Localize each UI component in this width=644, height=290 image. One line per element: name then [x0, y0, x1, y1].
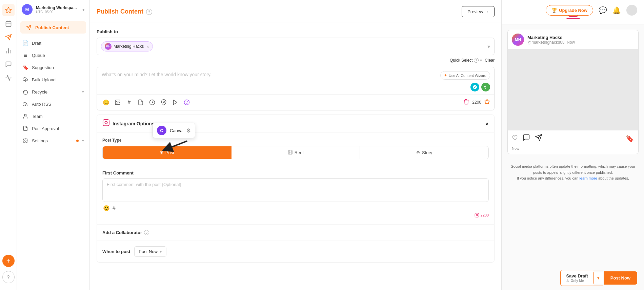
quick-select-button[interactable]: Quick Select ? ▾: [450, 58, 482, 63]
publish-now-label: Post Now: [610, 275, 630, 281]
photo-button[interactable]: [113, 97, 123, 107]
save-draft-button[interactable]: Save Draft Only Me: [561, 270, 593, 286]
media-button[interactable]: [170, 97, 180, 107]
comment-toolbar: 😊 #: [102, 203, 489, 211]
grammar-check-icon[interactable]: [470, 83, 479, 91]
nav-calendar-icon[interactable]: [2, 18, 15, 30]
auto-rss-icon: [22, 101, 28, 107]
sidebar-item-team[interactable]: Team: [17, 110, 89, 122]
post-type-post-icon: ⊞: [160, 150, 163, 155]
post-type-buttons: ⊞ Post Reel: [102, 146, 489, 159]
sidebar-item-suggestion[interactable]: 🔖 Suggestion: [17, 61, 89, 74]
instagram-icon: [102, 119, 110, 128]
preview-learn-more-link[interactable]: learn more: [579, 176, 597, 180]
hashtag-button[interactable]: #: [124, 97, 134, 107]
post-type-story-button[interactable]: ⊕ Story: [360, 146, 488, 159]
canva-settings-icon[interactable]: ⚙: [186, 127, 191, 134]
settings-chevron-icon: ▾: [82, 139, 84, 143]
magic-button[interactable]: [484, 99, 490, 106]
workspace-timezone: UTC+05:00: [36, 10, 79, 14]
preview-post-card: MH Marketing Hacks @marketinghacks08 Now…: [507, 30, 639, 154]
add-content-button[interactable]: +: [2, 255, 15, 267]
first-comment-input[interactable]: [102, 178, 489, 202]
nav-analytics-icon[interactable]: [2, 45, 15, 57]
sidebar-item-settings[interactable]: Settings ▾: [17, 134, 89, 147]
clear-button[interactable]: Clear: [485, 58, 495, 63]
sidebar-item-draft[interactable]: 📄 Draft: [17, 37, 89, 49]
preview-button[interactable]: Preview →: [462, 6, 495, 17]
spell-check-icon[interactable]: [481, 83, 490, 91]
char-count: 2200: [472, 100, 481, 105]
sidebar-item-queue-label: Queue: [32, 53, 84, 58]
schedule-button[interactable]: [147, 97, 157, 107]
canva-logo-icon: C: [157, 126, 166, 135]
canva-button[interactable]: [182, 97, 192, 107]
sidebar-item-settings-label: Settings: [32, 138, 79, 143]
comment-hashtag-button[interactable]: #: [113, 205, 116, 211]
toolbar-left: 😊 #: [101, 97, 192, 107]
account-chip-remove[interactable]: ×: [146, 44, 149, 49]
user-avatar[interactable]: [626, 5, 637, 16]
sidebar-item-auto-rss[interactable]: Auto RSS: [17, 98, 89, 110]
sidebar-item-post-approval[interactable]: Post Approval: [17, 122, 89, 134]
workspace-name: Marketing Workspa...: [36, 5, 79, 10]
preview-bookmark-icon[interactable]: 🔖: [626, 134, 634, 143]
bulk-upload-icon: [22, 77, 28, 83]
nav-inbox-icon[interactable]: [2, 58, 15, 70]
nav-publish-icon[interactable]: [2, 4, 15, 16]
sidebar-item-publish[interactable]: Publish Content: [20, 21, 86, 34]
nav-paper-plane-icon[interactable]: [2, 31, 15, 43]
comment-count-row: 2200: [102, 211, 489, 219]
publish-to-selector[interactable]: MH Marketing Hacks × ▾: [97, 38, 495, 55]
preview-timestamp-header: Now: [566, 40, 575, 45]
quick-select-chevron-icon: ▾: [480, 58, 482, 63]
sidebar-item-recycle[interactable]: Recycle ▾: [17, 86, 89, 98]
instagram-options-collapse-icon: ∧: [485, 121, 489, 126]
post-type-reel-button[interactable]: Reel: [232, 146, 360, 159]
preview-comment-icon[interactable]: [523, 134, 530, 143]
publish-help-icon[interactable]: ?: [146, 9, 152, 15]
post-type-reel-label: Reel: [295, 150, 304, 155]
post-type-post-button[interactable]: ⊞ Post: [103, 146, 232, 159]
ai-content-wizard-button[interactable]: ✦ Use AI Content Wizard: [440, 71, 490, 80]
instagram-options-title: Instagram Options: [113, 121, 155, 126]
top-nav: 🏆 Upgrade Now 💬 🔔: [539, 0, 644, 20]
workspace-selector[interactable]: M Marketing Workspa... UTC+05:00 ▾: [17, 0, 89, 19]
document-button[interactable]: [136, 97, 146, 107]
preview-share-icon[interactable]: [535, 134, 542, 143]
preview-like-icon[interactable]: ♡: [512, 134, 518, 143]
notifications-icon[interactable]: 🔔: [612, 6, 621, 14]
when-to-post-label: When to post: [102, 249, 130, 254]
sidebar-item-queue[interactable]: ≡ Queue: [17, 49, 89, 61]
chevron-down-icon: ▾: [82, 7, 85, 12]
account-chip-marketing-hacks[interactable]: MH Marketing Hacks ×: [101, 41, 153, 51]
comment-char-count: 2200: [475, 213, 489, 218]
collaborator-label-text: Add a Collaborator: [102, 230, 142, 235]
comment-emoji-button[interactable]: 😊: [103, 205, 110, 211]
draft-icon: 📄: [22, 40, 28, 46]
post-now-selector[interactable]: Post Now ▾: [134, 246, 166, 257]
nav-wave-icon[interactable]: [2, 72, 15, 84]
preview-note-prefix: If you notice any differences, you can: [517, 176, 578, 180]
messages-icon[interactable]: 💬: [599, 6, 607, 14]
sidebar-item-bulk-upload-label: Bulk Upload: [32, 77, 84, 82]
post-type-story-icon: ⊕: [416, 150, 420, 155]
emoji-button[interactable]: 😊: [101, 97, 111, 107]
publish-header: Publish Content ? Preview →: [90, 0, 501, 22]
post-type-post-label: Post: [165, 150, 174, 155]
delete-icon[interactable]: [463, 99, 469, 106]
preview-note-suffix: about the updates.: [598, 176, 629, 180]
upgrade-button[interactable]: 🏆 Upgrade Now: [546, 5, 593, 16]
svg-rect-1: [6, 21, 11, 26]
publish-now-button[interactable]: Post Now: [604, 271, 637, 285]
editor-text-area[interactable]: What's on your mind? Let the world know …: [97, 67, 494, 94]
save-draft-dropdown-button[interactable]: ▾: [593, 272, 603, 284]
publish-to-chevron-icon: ▾: [487, 43, 490, 50]
save-draft-sublabel-text: Only Me: [570, 279, 584, 283]
collaborator-help-icon[interactable]: ?: [144, 230, 149, 235]
sidebar-item-bulk-upload[interactable]: Bulk Upload: [17, 74, 89, 86]
help-button[interactable]: ?: [2, 271, 15, 283]
location-button[interactable]: [159, 97, 169, 107]
svg-point-17: [116, 101, 117, 102]
publish-body: Publish to MH Marketing Hacks × ▾ Quick …: [90, 22, 501, 290]
